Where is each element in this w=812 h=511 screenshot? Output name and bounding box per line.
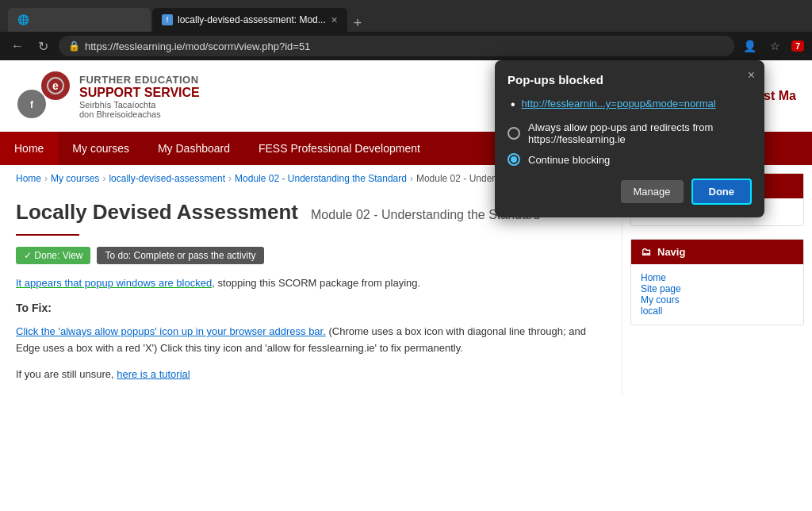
still-unsure: If you are still unsure, here is a tutor… — [16, 368, 606, 380]
tab-close-button[interactable]: ✕ — [331, 15, 338, 25]
star-icon[interactable]: ☆ — [766, 40, 785, 52]
sidebar-nav-body: Home Site page My cours locall — [631, 264, 803, 325]
logo-line1: FURTHER EDUCATION — [79, 74, 200, 86]
still-unsure-prefix: If you are still unsure, — [16, 368, 117, 380]
back-button[interactable]: ← — [8, 39, 27, 53]
reload-button[interactable]: ↻ — [33, 39, 52, 54]
fix-heading: To Fix: — [16, 302, 606, 314]
extensions-badge[interactable]: 7 — [791, 40, 804, 52]
still-unsure-link[interactable]: here is a tutorial — [117, 368, 190, 380]
logo-area: e f FURTHER EDUCATION SUPPORT SERVICE Se… — [16, 68, 200, 124]
nav-item-mycourses[interactable]: My courses — [58, 132, 144, 165]
popup-url-item: • http://fesslearnin...y=popup&mode=norm… — [508, 98, 752, 112]
title-divider — [16, 234, 79, 236]
done-button[interactable]: Done — [691, 179, 753, 205]
tab-title: locally-devised-assessment: Mod... — [178, 14, 326, 25]
sidebar-nav-block: 🗂 Navig Home Site page My cours locall — [630, 239, 804, 325]
new-tab-button[interactable]: + — [349, 15, 367, 32]
radio-allow-circle[interactable] — [508, 127, 520, 140]
popup-warning-link[interactable]: It appears that popup windows are blocke… — [16, 277, 212, 289]
browser-chrome: 🌐 f locally-devised-assessment: Mod... ✕… — [0, 0, 812, 32]
activity-status: ✓ Done: View To do: Complete or pass the… — [16, 247, 606, 264]
popup-actions: Manage Done — [508, 179, 752, 205]
tab-favicon: f — [162, 14, 173, 25]
fix-link[interactable]: Click the 'always allow popups' icon up … — [16, 325, 326, 337]
badge-todo: To do: Complete or pass the activity — [97, 247, 263, 264]
popup-radio-group: Always allow pop-ups and redirects from … — [508, 121, 752, 166]
breadcrumb-mycourses[interactable]: My courses — [51, 173, 99, 184]
sidebar-nav-mycourses[interactable]: My cours — [641, 294, 794, 305]
toolbar-actions: 👤 ☆ 7 — [741, 40, 804, 52]
main-content: Locally Devised Assessment Module 02 - U… — [0, 192, 622, 396]
tab-other-favicon: 🌐 — [17, 14, 29, 25]
page-title: Locally Devised Assessment — [16, 200, 298, 225]
nav-item-mydashboard[interactable]: My Dashboard — [144, 132, 244, 165]
nav-item-fess[interactable]: FESS Professional Development — [244, 132, 435, 165]
popup-option1-label: Always allow pop-ups and redirects from … — [528, 121, 752, 145]
fix-section: To Fix: Click the 'always allow popups' … — [16, 302, 606, 380]
popup-radio-block[interactable]: Continue blocking — [508, 153, 752, 166]
browser-toolbar: ← ↻ 🔒 https://fesslearning.ie/mod/scorm/… — [0, 32, 812, 60]
sidebar-nav-sitepage[interactable]: Site page — [641, 283, 794, 294]
logo-irish1: Seirbhís Tacaíochta — [79, 100, 200, 110]
sidebar-nav-title: Navig — [657, 246, 685, 258]
profile-icon[interactable]: 👤 — [741, 40, 760, 52]
nav-icon: 🗂 — [641, 246, 651, 258]
lock-icon: 🔒 — [68, 40, 80, 52]
popup-overlay: Pop-ups blocked × • http://fesslearnin..… — [495, 60, 764, 217]
logo-icon: e f — [16, 68, 71, 124]
fix-text: Click the 'always allow popups' icon up … — [16, 324, 606, 357]
browser-tab-active[interactable]: f locally-devised-assessment: Mod... ✕ — [152, 8, 347, 32]
popup-title: Pop-ups blocked — [508, 73, 752, 86]
sidebar-nav-home[interactable]: Home — [641, 272, 794, 283]
popup-url-link[interactable]: http://fesslearnin...y=popup&mode=normal — [522, 98, 716, 110]
breadcrumb-lda[interactable]: locally-devised-assessment — [109, 173, 225, 184]
popup-bullet: • — [511, 98, 515, 112]
svg-text:e: e — [52, 79, 59, 92]
popup-option2-label: Continue blocking — [528, 154, 610, 166]
breadcrumb-module[interactable]: Module 02 - Understanding the Standard — [235, 173, 407, 184]
popup-dialog: Pop-ups blocked × • http://fesslearnin..… — [495, 60, 764, 217]
nav-item-home[interactable]: Home — [0, 132, 58, 165]
address-bar[interactable]: 🔒 https://fesslearning.ie/mod/scorm/view… — [59, 36, 734, 56]
manage-button[interactable]: Manage — [621, 180, 684, 203]
sidebar-nav-local[interactable]: locall — [641, 305, 794, 317]
browser-tabs: 🌐 f locally-devised-assessment: Mod... ✕… — [8, 0, 366, 32]
popup-close-button[interactable]: × — [748, 68, 755, 83]
badge-done: ✓ Done: View — [16, 247, 90, 264]
address-text: https://fesslearning.ie/mod/scorm/view.p… — [85, 40, 310, 52]
breadcrumb-home[interactable]: Home — [16, 173, 41, 184]
sidebar-nav-header: 🗂 Navig — [631, 240, 803, 264]
popup-warning-text: It appears that popup windows are blocke… — [16, 277, 606, 289]
logo-text: FURTHER EDUCATION SUPPORT SERVICE Seirbh… — [79, 74, 200, 119]
logo-line2: SUPPORT SERVICE — [79, 86, 200, 100]
popup-radio-allow[interactable]: Always allow pop-ups and redirects from … — [508, 121, 752, 145]
browser-tab-other: 🌐 — [8, 8, 151, 32]
logo-irish2: don Bhreisoideachas — [79, 110, 200, 119]
radio-block-circle[interactable] — [508, 153, 520, 166]
